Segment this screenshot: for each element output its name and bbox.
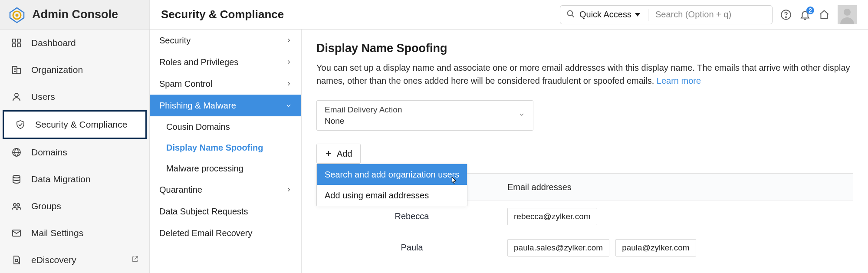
- subnav-item-label: Deleted Email Recovery: [159, 228, 253, 238]
- brand-area: Admin Console: [0, 0, 150, 29]
- home-button[interactable]: [819, 9, 830, 20]
- content-heading: Display Name Spoofing: [316, 42, 853, 55]
- menu-item-label: Add using email addresses: [325, 191, 429, 201]
- email-chip[interactable]: paula.sales@zylker.com: [507, 239, 609, 257]
- delivery-label: Email Delivery Action: [325, 105, 525, 115]
- global-search[interactable]: Quick Access: [560, 5, 773, 24]
- globe-icon: [11, 147, 23, 158]
- svg-line-4: [572, 15, 574, 17]
- subnav-item-label: Roles and Privileges: [159, 57, 238, 67]
- sidebar-item-label: Security & Compliance: [35, 119, 127, 130]
- subnav-subitem-display-name-spoofing[interactable]: Display Name Spoofing: [150, 137, 301, 158]
- subnav-item-data-subject-requests[interactable]: Data Subject Requests: [150, 201, 301, 222]
- sidebar-item-label: Groups: [31, 201, 61, 211]
- secondary-sidebar: SecurityRoles and PrivilegesSpam Control…: [150, 30, 302, 273]
- dashboard-icon: [11, 38, 23, 48]
- svg-point-24: [17, 204, 20, 206]
- cell-emails: rebecca@zylker.com: [507, 208, 853, 225]
- email-delivery-action-select[interactable]: Email Delivery Action None: [316, 100, 533, 131]
- sidebar-item-label: Mail Settings: [31, 228, 83, 238]
- page-title: Security & Compliance: [161, 8, 284, 21]
- svg-rect-10: [17, 39, 20, 42]
- notifications-button[interactable]: 2: [799, 9, 811, 20]
- sidebar-item-label: Users: [31, 92, 55, 102]
- svg-point-22: [13, 175, 20, 178]
- chevron-right-icon: [286, 185, 292, 195]
- svg-point-2: [16, 13, 19, 16]
- subnav-item-label: Data Subject Requests: [159, 207, 248, 217]
- column-email: Email addresses: [507, 182, 853, 192]
- sidebar-item-ediscovery[interactable]: eDiscovery: [0, 247, 149, 273]
- cell-display-name: Paula: [316, 243, 507, 253]
- sidebar-item-label: Data Migration: [31, 174, 91, 184]
- primary-sidebar: Dashboard Organization Users Security & …: [0, 30, 150, 273]
- svg-line-27: [17, 261, 19, 263]
- caret-down-icon: [635, 13, 640, 16]
- help-button[interactable]: [780, 9, 792, 20]
- subnav-item-spam-control[interactable]: Spam Control: [150, 73, 301, 95]
- notification-badge: 2: [806, 7, 814, 14]
- quick-access-label: Quick Access: [579, 10, 631, 20]
- email-chip[interactable]: rebecca@zylker.com: [507, 208, 597, 225]
- separator: [648, 9, 648, 21]
- subnav-subitem-malware-processing[interactable]: Malware processing: [150, 158, 301, 179]
- svg-rect-14: [17, 69, 20, 73]
- sidebar-item-label: Organization: [31, 65, 83, 75]
- ediscovery-icon: [11, 255, 23, 265]
- users-icon: [11, 92, 23, 102]
- add-menu-item-add-using-email-addresses[interactable]: Add using email addresses: [317, 185, 467, 206]
- svg-rect-12: [17, 44, 20, 47]
- main-content: Display Name Spoofing You can set up a d…: [302, 30, 868, 273]
- subnav-item-label: Phishing & Malware: [159, 101, 236, 111]
- quick-access-dropdown[interactable]: Quick Access: [579, 10, 640, 20]
- add-button[interactable]: Add: [316, 144, 361, 164]
- shield-icon: [15, 119, 27, 130]
- delivery-value: None: [325, 116, 525, 126]
- subnav-item-roles-and-privileges[interactable]: Roles and Privileges: [150, 51, 301, 73]
- subnav-item-deleted-email-recovery[interactable]: Deleted Email Recovery: [150, 222, 301, 244]
- search-input[interactable]: [654, 9, 766, 20]
- sidebar-item-domains[interactable]: Domains: [0, 139, 149, 166]
- subnav-item-phishing-malware[interactable]: Phishing & Malware: [150, 95, 301, 116]
- learn-more-link[interactable]: Learn more: [657, 76, 701, 86]
- sidebar-item-dashboard[interactable]: Dashboard: [0, 30, 149, 56]
- sidebar-item-data-migration[interactable]: Data Migration: [0, 166, 149, 193]
- sidebar-item-groups[interactable]: Groups: [0, 193, 149, 220]
- subnav-item-label: Security: [159, 36, 191, 46]
- groups-icon: [11, 201, 23, 211]
- sidebar-item-label: Dashboard: [31, 38, 76, 48]
- brand-logo-icon: [8, 6, 26, 24]
- chevron-down-icon: [286, 101, 292, 111]
- cell-emails: paula.sales@zylker.compaula@zylker.com: [507, 239, 853, 257]
- add-menu: Search and add organization usersAdd usi…: [316, 164, 467, 206]
- sidebar-item-label: Domains: [31, 147, 67, 158]
- svg-rect-9: [13, 39, 16, 42]
- subnav-item-quarantine[interactable]: Quarantine: [150, 179, 301, 201]
- svg-point-18: [15, 93, 18, 97]
- chevron-down-icon: [518, 111, 525, 120]
- table-row: Paula paula.sales@zylker.compaula@zylker…: [316, 232, 853, 263]
- migration-icon: [11, 174, 23, 184]
- organization-icon: [11, 65, 23, 75]
- sidebar-item-users[interactable]: Users: [0, 83, 149, 110]
- open-icon: [131, 255, 139, 265]
- mail-settings-icon: [11, 228, 23, 238]
- sidebar-item-mail-settings[interactable]: Mail Settings: [0, 220, 149, 247]
- add-menu-item-search-and-add-organization-users[interactable]: Search and add organization users: [317, 164, 467, 185]
- chevron-right-icon: [286, 79, 292, 89]
- svg-point-6: [786, 16, 786, 17]
- avatar[interactable]: [838, 5, 857, 24]
- subnav-item-security[interactable]: Security: [150, 30, 301, 51]
- svg-point-23: [13, 204, 16, 206]
- svg-point-8: [844, 9, 851, 16]
- chevron-right-icon: [286, 57, 292, 67]
- sidebar-item-organization[interactable]: Organization: [0, 56, 149, 83]
- email-chip[interactable]: paula@zylker.com: [615, 239, 696, 257]
- svg-point-3: [567, 10, 572, 16]
- content-description: You can set up a display name and associ…: [316, 61, 853, 87]
- add-button-label: Add: [337, 149, 352, 159]
- subnav-subitem-cousin-domains[interactable]: Cousin Domains: [150, 116, 301, 137]
- sidebar-item-security-compliance[interactable]: Security & Compliance: [3, 110, 147, 139]
- svg-rect-11: [13, 44, 16, 47]
- sidebar-item-label: eDiscovery: [31, 255, 76, 265]
